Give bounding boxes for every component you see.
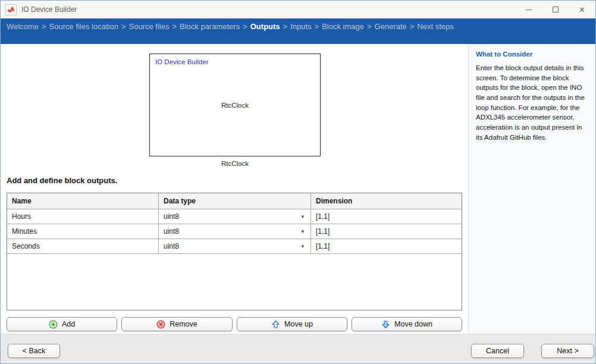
data-type-value: uint8	[164, 242, 179, 250]
side-panel-title: What to Consider	[476, 51, 589, 58]
breadcrumb-separator: >	[42, 22, 46, 31]
window-title: IO Device Builder	[21, 5, 77, 14]
breadcrumb-item-inputs[interactable]: Inputs	[290, 22, 311, 31]
column-header-name: Name	[7, 193, 159, 209]
data-type-value: uint8	[164, 227, 179, 236]
data-type-dropdown[interactable]: uint8▼	[159, 224, 311, 239]
cancel-button[interactable]: Cancel	[471, 344, 524, 358]
dimension-cell[interactable]: [1,1]	[311, 209, 462, 224]
footer-bar: < Back Cancel Next >	[1, 334, 595, 364]
maximize-icon	[553, 7, 559, 12]
side-panel-body: Enter the block output details in this s…	[476, 63, 589, 142]
chevron-down-icon[interactable]: ▼	[300, 214, 305, 219]
breadcrumb-separator: >	[172, 22, 177, 31]
add-icon	[49, 320, 58, 329]
window-controls: ✕	[515, 1, 595, 18]
remove-button[interactable]: Remove	[121, 317, 233, 331]
name-cell[interactable]: Minutes	[7, 224, 159, 239]
table-row: Minutes uint8▼ [1,1]	[7, 224, 462, 239]
add-button[interactable]: Add	[7, 317, 117, 331]
minimize-icon	[525, 10, 532, 10]
next-button[interactable]: Next >	[541, 344, 594, 358]
breadcrumb-item-generate[interactable]: Generate	[375, 22, 407, 31]
breadcrumb-separator: >	[367, 22, 372, 31]
remove-button-label: Remove	[170, 320, 197, 328]
matlab-logo-icon	[5, 4, 17, 15]
main-content: IO Device Builder RtcClock RtcClock Add …	[1, 44, 468, 334]
close-icon: ✕	[579, 5, 585, 14]
move-down-button-label: Move down	[394, 320, 432, 328]
breadcrumb-item-outputs-active[interactable]: Outputs	[250, 22, 280, 31]
title-bar: IO Device Builder ✕	[1, 1, 595, 18]
table-header-row: Name Data type Dimension	[7, 193, 462, 209]
outputs-table: Name Data type Dimension Hours uint8▼ [1…	[7, 193, 462, 310]
breadcrumb-separator: >	[121, 22, 126, 31]
block-preview-name: RtcClock	[150, 54, 320, 156]
breadcrumb-item-source-files[interactable]: Source files	[128, 22, 169, 31]
breadcrumb-separator: >	[283, 22, 288, 31]
dimension-cell[interactable]: [1,1]	[311, 239, 462, 254]
table-row: Seconds uint8▼ [1,1]	[7, 239, 462, 254]
arrow-down-icon	[381, 320, 390, 329]
remove-icon	[156, 320, 165, 329]
chevron-down-icon[interactable]: ▼	[300, 244, 305, 249]
breadcrumb-item-source-files-location[interactable]: Source files location	[49, 22, 118, 31]
breadcrumb-separator: >	[410, 22, 415, 31]
minimize-button[interactable]	[515, 1, 542, 18]
breadcrumb-separator: >	[315, 22, 319, 31]
dimension-cell[interactable]: [1,1]	[311, 224, 462, 239]
what-to-consider-panel: What to Consider Enter the block output …	[468, 44, 596, 334]
close-button[interactable]: ✕	[569, 1, 595, 18]
move-up-button-label: Move up	[284, 320, 313, 328]
table-row: Hours uint8▼ [1,1]	[7, 209, 462, 224]
move-down-button[interactable]: Move down	[352, 317, 462, 331]
back-button[interactable]: < Back	[8, 344, 60, 358]
maximize-button[interactable]	[542, 1, 569, 18]
breadcrumb-item-next-steps[interactable]: Next steps	[417, 22, 453, 31]
block-preview-caption: RtcClock	[149, 160, 321, 167]
breadcrumb: Welcome>Source files location>Source fil…	[1, 18, 595, 44]
io-device-builder-window: IO Device Builder ✕ Welcome>Source files…	[0, 0, 596, 364]
breadcrumb-item-welcome[interactable]: Welcome	[7, 22, 39, 31]
breadcrumb-item-block-image[interactable]: Block image	[322, 22, 364, 31]
data-type-dropdown[interactable]: uint8▼	[159, 209, 311, 224]
column-header-data-type: Data type	[159, 193, 311, 209]
chevron-down-icon[interactable]: ▼	[300, 229, 305, 234]
instruction-text: Add and define block outputs.	[7, 176, 117, 185]
data-type-dropdown[interactable]: uint8▼	[159, 239, 311, 254]
arrow-up-icon	[271, 320, 280, 329]
add-button-label: Add	[62, 320, 75, 328]
column-header-dimension: Dimension	[311, 193, 462, 209]
block-preview: IO Device Builder RtcClock	[149, 54, 321, 156]
data-type-value: uint8	[164, 212, 179, 221]
name-cell[interactable]: Seconds	[7, 239, 159, 254]
breadcrumb-separator: >	[243, 22, 247, 31]
breadcrumb-item-block-parameters[interactable]: Block parameters	[180, 22, 240, 31]
name-cell[interactable]: Hours	[7, 209, 159, 224]
move-up-button[interactable]: Move up	[237, 317, 347, 331]
